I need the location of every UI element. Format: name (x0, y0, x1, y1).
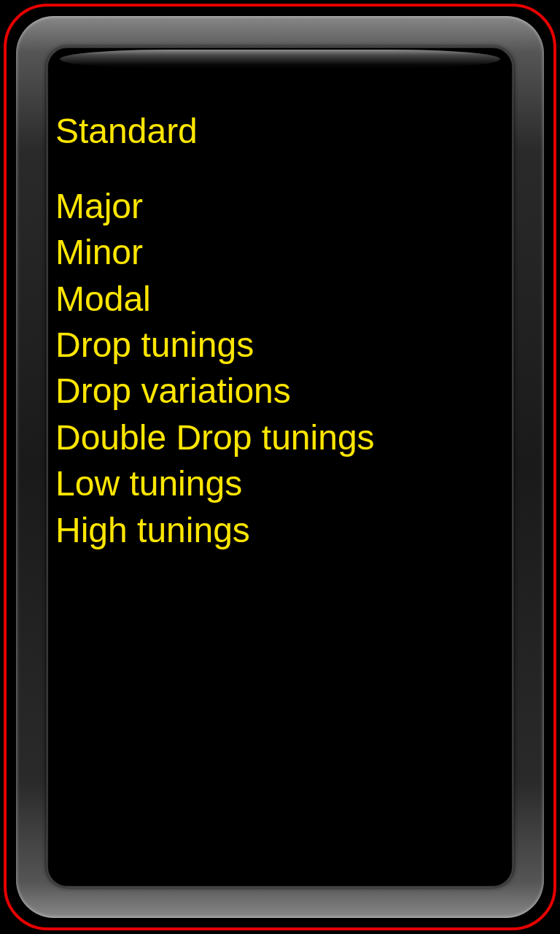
tuning-menu: Standard Major Minor Modal Drop tunings … (47, 82, 513, 881)
menu-item-major[interactable]: Major (55, 183, 506, 229)
menu-item-minor[interactable]: Minor (55, 229, 506, 275)
device-bezel: Standard Major Minor Modal Drop tunings … (16, 16, 544, 918)
menu-heading: Standard (55, 111, 506, 151)
menu-item-drop-tunings[interactable]: Drop tunings (55, 322, 506, 368)
menu-item-modal[interactable]: Modal (55, 276, 506, 322)
menu-item-double-drop-tunings[interactable]: Double Drop tunings (55, 414, 506, 460)
device-outer-frame: Standard Major Minor Modal Drop tunings … (4, 4, 556, 930)
menu-item-drop-variations[interactable]: Drop variations (55, 368, 506, 414)
menu-item-high-tunings[interactable]: High tunings (55, 507, 506, 553)
menu-item-low-tunings[interactable]: Low tunings (55, 460, 506, 506)
